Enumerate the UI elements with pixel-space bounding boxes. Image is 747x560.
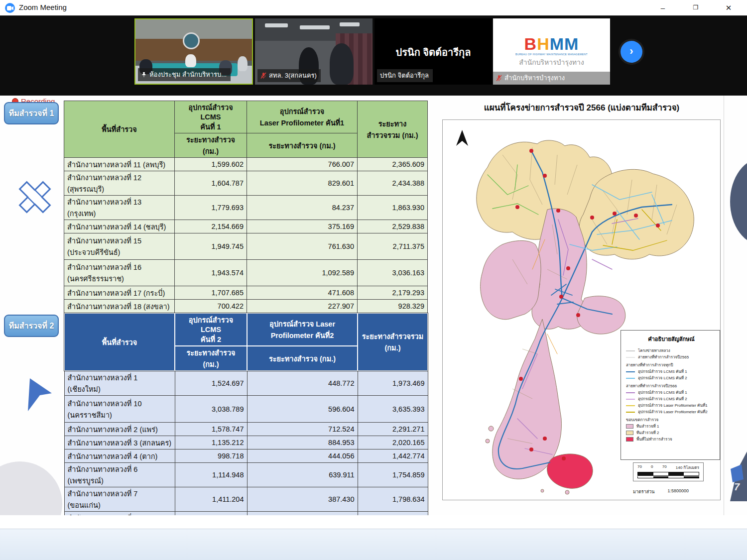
video-thumbnail-meeting-room[interactable]: ห้องประชุม สำนักบริหารบ... [134,18,253,85]
video-label: สทล. 3(สกลนคร) [257,69,321,82]
thailand-map: คำอธิบายสัญลักษณ์ โครงข่ายทางหลวงสายทางท… [442,119,721,500]
t2-header-total: ระยะทางสำรวจรวม (กม.) [358,313,428,371]
slide-edge-line [724,96,724,515]
t2-header-laser: อุปกรณ์สำรวจ Laser Profilometer คันที่2 [247,313,358,346]
legend-section-header: ขอบเขตการสำรวจ [626,417,717,423]
legend-section-header: สายทางที่ทำการสำรวจปี2566 [626,383,717,389]
legend-item: อุปกรณ์สำรวจ Laser Profilometer คันที่1 [626,402,717,409]
taskbar: Search zoom P ENG [0,529,747,560]
shared-screen: Recording ทีมสำรวจที่ 1 ทีมสำรวจที่ 2 7 … [0,96,747,515]
corner-mountain-decoration [728,447,747,501]
table-row: สำนักงานทางหลวงที่ 13 (กรุงเทพ)1,779.693… [64,196,428,220]
table-row: สำนักงานทางหลวงที่ 10 (นครราชสีมา)3,038.… [64,396,428,423]
table-row: สำนักงานทางหลวงที่ 1 (เชียงใหม่)1,524.69… [64,371,428,396]
muted-mic-icon [260,72,266,79]
video-thumbnail-bhmm[interactable]: BHMM BUREAU OF HIGHWAY MAINTENANCE MANAG… [493,18,610,85]
table-row: สำนักงานทางหลวงที่ 17 (กระบี่)1,707.6854… [64,286,428,300]
legend-item: อุปกรณ์สำรวจ Laser Profilometer คันที่2 [626,409,717,415]
legend-item: อุปกรณ์สำรวจ LCMS คันที่ 2 [626,396,717,402]
t1-header-lcms: อุปกรณ์สำรวจ LCMS คันที่ 1 [175,101,247,133]
window-title: Zoom Meeting [19,3,67,11]
t1-subheader-lcms: ระยะทางสำรวจ (กม.) [175,133,247,158]
t2-header-area: พื้นที่สำรวจ [64,313,175,371]
legend-item: พื้นที่ไม่ทำการสำรวจ [626,436,717,443]
close-button[interactable]: ✕ [717,0,740,15]
t2-subheader-lcms: ระยะทางสำรวจ (กม.) [175,346,247,371]
legend-item: อุปกรณ์สำรวจ LCMS คันที่ 1 [626,389,717,396]
table-row: สำนักงานทางหลวงที่ 7 (ขอนแก่น)1,411.2043… [64,487,428,512]
t2-header-lcms: อุปกรณ์สำรวจ LCMS คันที่ 2 [175,313,247,346]
table-row: สำนักงานทางหลวงที่ 15 (ประจวบคีรีขันธ์)1… [64,233,428,260]
video-label: ปรนิก จิตต์อารีกุล [377,69,433,82]
map-scale-bar: 700 70 140 กิโลเมตร [633,462,704,481]
muted-mic-icon [496,75,502,82]
map-legend: คำอธิบายสัญลักษณ์ โครงข่ายทางหลวงสายทางท… [621,330,720,460]
north-arrow-icon [456,130,468,146]
cross-decoration [18,178,52,217]
video-label: สำนักบริหารบำรุงทาง [493,72,610,85]
legend-item: อุปกรณ์สำรวจ LCMS คันที่ 2 [626,375,717,381]
legend-section-header: สายทางที่ทำการสำรวจทุกปี [626,362,717,368]
next-videos-button[interactable]: › [621,41,642,63]
table-row: สำนักงานทางหลวงที่ 8 (มหาสารคาม)1,457.79… [64,512,428,516]
restore-button[interactable]: ❐ [684,0,707,15]
video-strip: ห้องประชุม สำนักบริหารบ... สทล. 3(สกลนคร… [0,16,747,96]
bhmm-logo: BHMM BUREAU OF HIGHWAY MAINTENANCE MANAG… [493,34,610,68]
zoom-app-icon [5,3,15,13]
legend-title: คำอธิบายสัญลักษณ์ [626,335,717,343]
scale-ticks: 700 70 140 กิโลเมตร [633,463,703,471]
table-row: สำนักงานทางหลวงที่ 6 (เพชรบูรณ์)1,114.94… [64,463,428,487]
table-row: สำนักงานทางหลวงที่ 11 (ลพบุรี)1,599.6027… [64,158,428,171]
table-row: สำนักงานทางหลวงที่ 16 (นครศรีธรรมราช)1,9… [64,260,428,286]
t1-header-area: พื้นที่สำรวจ [64,101,175,158]
participant-display-name: ปรนิก จิตต์อารีกุล [374,44,492,60]
legend-item: ทีมสำรวจที่ 2 [626,430,717,436]
table-row: สำนักงานทางหลวงที่ 4 (ตาก)998.718444.056… [64,449,428,463]
table-row: สำนักงานทางหลวงที่ 3 (สกลนคร)1,135.21288… [64,436,428,449]
video-label: ห้องประชุม สำนักบริหารบ... [138,68,231,81]
t1-subheader-laser: ระยะทางสำรวจ (กม.) [247,133,358,158]
slide-page-number: 7 [734,481,740,493]
table-row: สำนักงานทางหลวงที่ 14 (ชลบุรี)2,154.6693… [64,220,428,233]
legend-item: โครงข่ายทางหลวง [626,347,717,354]
video-thumbnail-pranik[interactable]: ปรนิก จิตต์อารีกุล ปรนิก จิตต์อารีกุล [374,18,492,85]
legend-item: อุปกรณ์สำรวจ LCMS คันที่ 1 [626,368,717,375]
window-titlebar: Zoom Meeting – ❐ ✕ [0,0,747,16]
table-row: สำนักงานทางหลวงที่ 2 (แพร่)1,578.747712.… [64,423,428,436]
right-circle-decoration [730,158,747,245]
map-scale-ratio: มาตราส่วน1:5800000 [633,488,713,495]
team1-badge: ทีมสำรวจที่ 1 [4,102,59,124]
corner-blob-decoration [0,461,62,515]
table-row: สำนักงานทางหลวงที่ 18 (สงขลา)700.422227.… [64,300,428,313]
legend-item: ทีมสำรวจที่ 1 [626,423,717,430]
team2-badge: ทีมสำรวจที่ 2 [4,315,59,337]
pin-icon [141,72,147,78]
map-title: แผนที่โครงข่ายการสำรวจปี 2566 (แบ่งตามที… [442,101,721,114]
video-thumbnail-sakon-nakhon[interactable]: สทล. 3(สกลนคร) [255,18,373,85]
arrow-decoration [24,378,54,413]
t1-header-total: ระยะทาง สำรวจรวม (กม.) [358,101,428,158]
survey-table-team2: พื้นที่สำรวจ อุปกรณ์สำรวจ LCMS คันที่ 2 … [64,313,428,515]
t1-header-laser: อุปกรณ์สำรวจ Laser Profilometer คันที่1 [247,101,358,133]
t2-subheader-laser: ระยะทางสำรวจ (กม.) [247,346,358,371]
legend-item: สายทางที่ทำการสำรวจปี2565 [626,354,717,360]
table-row: สำนักงานทางหลวงที่ 12 (สุพรรณบุรี)1,604.… [64,171,428,196]
minimize-button[interactable]: – [651,0,674,15]
